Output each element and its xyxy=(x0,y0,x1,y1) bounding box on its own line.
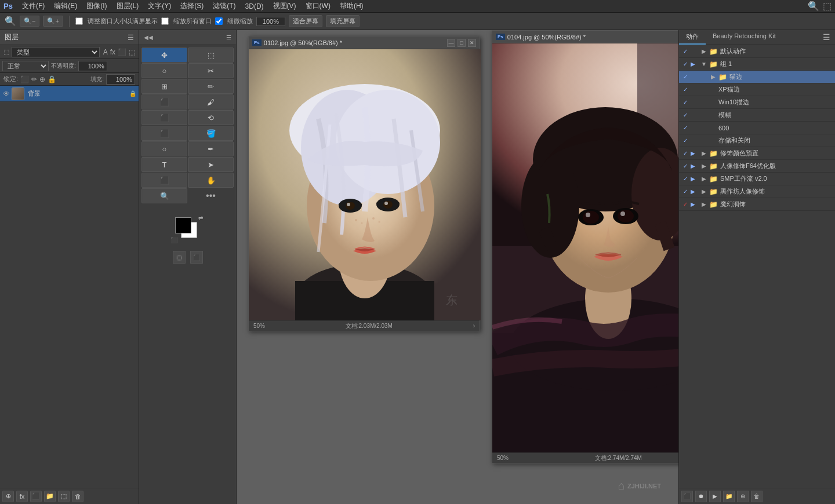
opacity-input[interactable] xyxy=(78,61,107,71)
tab-actions[interactable]: 动作 xyxy=(679,30,706,45)
path-select-btn[interactable]: ➤ xyxy=(188,157,234,172)
zoom-out-btn[interactable]: 🔍− xyxy=(20,16,39,27)
healing-brush-btn[interactable]: ⬛ xyxy=(141,94,187,109)
layer-type-filter[interactable]: 类型 xyxy=(12,47,100,57)
layer-row-background[interactable]: 👁 背景 🔒 xyxy=(0,86,139,102)
eraser-tool-btn[interactable]: ⬛ xyxy=(141,126,187,141)
fill-screen-btn[interactable]: 填充屏幕 xyxy=(326,15,360,27)
lock-pixels-icon[interactable]: ⬛ xyxy=(20,75,29,83)
fit-screen-btn[interactable]: 适合屏幕 xyxy=(289,15,322,27)
action-row-600[interactable]: ✓ 600 xyxy=(679,122,835,134)
record-btn[interactable]: ⏺ xyxy=(695,491,707,502)
resize-window-checkbox[interactable] xyxy=(75,17,83,25)
lock-position-icon[interactable]: ✏ xyxy=(31,75,37,83)
swap-colors-icon[interactable]: ⇌ xyxy=(198,215,205,222)
actions-panel-menu-icon[interactable]: ☰ xyxy=(818,30,835,45)
lock-all-icon[interactable]: 🔒 xyxy=(48,75,56,83)
menu-filter[interactable]: 滤镜(T) xyxy=(208,0,240,12)
doc1-titlebar[interactable]: Ps 0102.jpg @ 50%(RGB/8#) * — □ ✕ xyxy=(249,36,480,49)
play-btn[interactable]: ▶ xyxy=(709,491,721,502)
brush-tool-btn[interactable]: 🖌 xyxy=(188,94,234,109)
action-row-xp-cat[interactable]: ✓ XP猫边 xyxy=(679,83,835,96)
doc1-maximize-btn[interactable]: □ xyxy=(458,39,466,47)
add-fx-btn[interactable]: fx xyxy=(16,491,28,502)
menu-image[interactable]: 图像(I) xyxy=(82,0,111,12)
eyedropper-btn[interactable]: ✏ xyxy=(188,79,234,94)
text-tool-btn[interactable]: T xyxy=(141,157,187,172)
doc2-titlebar[interactable]: Ps 0104.jpg @ 50%(RGB/8#) * — □ ✕ xyxy=(492,31,678,43)
expand-portrait-f64[interactable]: ▶ xyxy=(700,163,708,169)
delete-layer-btn[interactable]: 🗑 xyxy=(72,491,84,502)
more-tools-btn[interactable]: ••• xyxy=(188,188,234,203)
default-colors-icon[interactable]: ⬛ xyxy=(170,237,177,244)
doc1-minimize-btn[interactable]: — xyxy=(447,39,455,47)
visibility-eye-icon[interactable]: 👁 xyxy=(2,90,10,98)
menu-layer[interactable]: 图层(L) xyxy=(112,0,144,12)
history-brush-btn[interactable]: ⟲ xyxy=(188,110,234,125)
tab-beauty-retouching[interactable]: Beauty Retouching Kit xyxy=(706,30,783,45)
marquee-tool-btn[interactable]: ⬚ xyxy=(188,48,234,63)
quick-mask-btn[interactable]: ⬚ xyxy=(173,251,186,264)
new-action-folder-btn[interactable]: 📁 xyxy=(723,491,735,502)
collapse-icon[interactable]: ◀◀ xyxy=(144,34,153,41)
shape-tool-btn[interactable]: ⬛ xyxy=(141,173,187,188)
menu-file[interactable]: 文件(F) xyxy=(17,0,49,12)
action-row-smp[interactable]: ✓ ▶ ▶ 📁 SMP工作流 v2.0 xyxy=(679,173,835,185)
menu-view[interactable]: 视图(V) xyxy=(268,0,301,12)
dodge-tool-btn[interactable]: ○ xyxy=(141,141,187,156)
layers-panel-menu-icon[interactable]: ☰ xyxy=(128,34,134,42)
crop-tool-btn[interactable]: ⊞ xyxy=(141,79,187,94)
menu-edit[interactable]: 编辑(E) xyxy=(49,0,82,12)
clone-stamp-btn[interactable]: ⬛ xyxy=(141,110,187,125)
expand-dark-workshop[interactable]: ▶ xyxy=(700,188,708,195)
link-layers-btn[interactable]: ⊕ xyxy=(2,491,14,502)
menu-help[interactable]: 帮助(H) xyxy=(335,0,368,12)
new-layer-btn[interactable]: ⬚ xyxy=(58,491,70,502)
expand-magic[interactable]: ▶ xyxy=(700,201,708,207)
action-row-portrait-f64[interactable]: ✓ ▶ ▶ 📁 人像修饰F64优化版 xyxy=(679,160,835,173)
delete-action-btn[interactable]: 🗑 xyxy=(751,491,763,502)
zoom-tool-btn[interactable]: 🔍 xyxy=(141,188,187,203)
zoom-all-checkbox[interactable] xyxy=(161,17,169,25)
expand-group1[interactable]: ▼ xyxy=(700,61,708,67)
arrange-icon[interactable]: ⬚ xyxy=(823,1,832,12)
new-action-btn[interactable]: ⊕ xyxy=(737,491,749,502)
action-row-color-preset[interactable]: ✓ ▶ ▶ 📁 修饰颜色预置 xyxy=(679,147,835,160)
screen-mode-btn[interactable]: ⬛ xyxy=(190,251,203,264)
lock-artboard-icon[interactable]: ⊕ xyxy=(39,75,45,83)
action-row-save-close[interactable]: ✓ 存储和关闭 xyxy=(679,134,835,147)
paint-bucket-btn[interactable]: 🪣 xyxy=(188,126,234,141)
pen-tool-btn[interactable]: ✒ xyxy=(188,141,234,156)
expand-color-preset[interactable]: ▶ xyxy=(700,150,708,156)
expand-cat-edge[interactable]: ▶ xyxy=(709,74,717,80)
hand-tool-btn[interactable]: ✋ xyxy=(188,173,234,188)
fill-input[interactable] xyxy=(106,74,135,85)
tools-menu-icon[interactable]: ☰ xyxy=(226,34,231,41)
action-row-blur[interactable]: ✓ 模糊 xyxy=(679,109,835,122)
menu-window[interactable]: 窗口(W) xyxy=(301,0,335,12)
scrubby-zoom-checkbox[interactable] xyxy=(215,17,223,25)
magic-wand-btn[interactable]: ✂ xyxy=(188,63,234,78)
stop-btn[interactable]: ⬛ xyxy=(681,491,693,502)
search-icon[interactable]: 🔍 xyxy=(808,1,819,12)
action-row-cat-edge[interactable]: ✓ ▶ 📁 猫边 xyxy=(679,71,835,83)
zoom-level-input[interactable]: 100% xyxy=(256,17,285,26)
foreground-color-swatch[interactable] xyxy=(175,217,191,233)
action-row-group1[interactable]: ✓ ▶ ▼ 📁 组 1 xyxy=(679,58,835,71)
action-row-magic[interactable]: ✓ ▶ ▶ 📁 魔幻润饰 xyxy=(679,198,835,211)
action-row-win10[interactable]: ✓ Win10描边 xyxy=(679,96,835,109)
add-mask-btn[interactable]: ⬛ xyxy=(30,491,42,502)
menu-3d[interactable]: 3D(D) xyxy=(241,1,268,12)
menu-select[interactable]: 选择(S) xyxy=(176,0,208,12)
action-row-dark-workshop[interactable]: ✓ ▶ ▶ 📁 黑作坊人像修饰 xyxy=(679,185,835,198)
zoom-tool-icon[interactable]: 🔍 xyxy=(5,16,16,27)
doc1-close-btn[interactable]: ✕ xyxy=(468,39,476,47)
expand-default[interactable]: ▶ xyxy=(700,48,708,54)
action-row-default[interactable]: ✓ ▶ 📁 默认动作 xyxy=(679,45,835,58)
expand-smp[interactable]: ▶ xyxy=(700,176,708,182)
lasso-tool-btn[interactable]: ○ xyxy=(141,63,187,78)
zoom-in-btn[interactable]: 🔍+ xyxy=(43,16,63,27)
new-group-btn[interactable]: 📁 xyxy=(44,491,56,502)
menu-text[interactable]: 文字(Y) xyxy=(143,0,176,12)
blend-mode-select[interactable]: 正常 xyxy=(2,61,49,71)
